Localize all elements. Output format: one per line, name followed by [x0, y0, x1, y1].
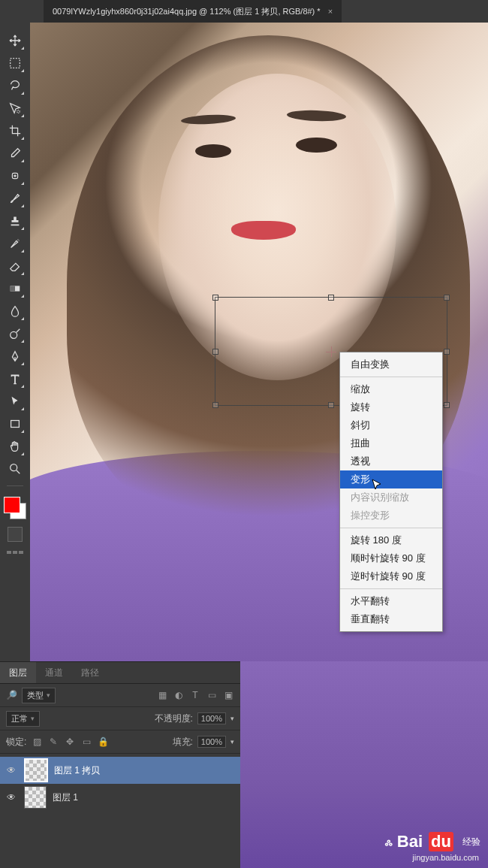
lasso-tool[interactable] [5, 75, 26, 96]
healing-brush-tool[interactable] [5, 165, 26, 186]
type-tool[interactable] [5, 368, 26, 389]
rectangle-tool[interactable] [5, 413, 26, 434]
brush-tool[interactable] [5, 188, 26, 209]
marquee-tool[interactable] [5, 53, 26, 74]
menu-item[interactable]: 旋转 180 度 [340, 531, 442, 549]
watermark-logo: ஃ Baidu经验 [385, 832, 480, 851]
canvas-lower[interactable]: ஃ Baidu经验 jingyan.baidu.com [240, 661, 488, 868]
layer-thumbnail[interactable] [24, 758, 48, 782]
menu-item[interactable]: 水平翻转 [340, 592, 442, 610]
lock-row: 锁定: ▨ ✎ ✥ ▭ 🔒 填充: 100% ▾ [0, 730, 240, 754]
quick-select-tool[interactable] [5, 98, 26, 119]
blur-tool[interactable] [5, 301, 26, 322]
history-brush-tool[interactable] [5, 233, 26, 254]
menu-item[interactable]: 垂直翻转 [340, 610, 442, 628]
menu-item[interactable]: 顺时针旋转 90 度 [340, 549, 442, 567]
lock-paint-icon[interactable]: ✎ [47, 736, 59, 748]
close-tab-icon[interactable]: × [328, 7, 333, 16]
svg-rect-0 [11, 59, 20, 68]
zoom-tool[interactable] [5, 458, 26, 479]
svg-rect-6 [11, 421, 20, 428]
tab-layers[interactable]: 图层 [0, 662, 36, 683]
svg-point-1 [17, 110, 20, 113]
layers-panel: 图层 通道 路径 🔎 类型 ▦ ◐ T ▭ ▣ 正常 不透明度: 100% ▾ … [0, 661, 240, 868]
layer-filter-row: 🔎 类型 ▦ ◐ T ▭ ▣ [0, 684, 240, 707]
svg-rect-4 [11, 286, 15, 291]
menu-item[interactable]: 缩放 [340, 380, 442, 398]
color-swatches[interactable] [4, 497, 26, 519]
transform-handle-bl[interactable] [212, 402, 218, 408]
blend-row: 正常 不透明度: 100% ▾ [0, 707, 240, 730]
lock-label: 锁定: [6, 736, 26, 749]
document-title: 0079lYWzly1giyhx860r0j31j02ai4qq.jpg @ 1… [53, 6, 321, 17]
photoshop-app: 0079lYWzly1giyhx860r0j31j02ai4qq.jpg @ 1… [0, 0, 488, 868]
path-select-tool[interactable] [5, 391, 26, 412]
transform-handle-br[interactable] [444, 402, 450, 408]
layer-name[interactable]: 图层 1 [53, 791, 78, 804]
screen-mode-toggle[interactable] [7, 551, 23, 554]
crop-tool[interactable] [5, 120, 26, 141]
layer-row[interactable]: 👁图层 1 拷贝 [0, 757, 240, 784]
menu-item[interactable]: 逆时针旋转 90 度 [340, 567, 442, 585]
filter-pixel-icon[interactable]: ▦ [156, 689, 168, 701]
layer-list: 👁图层 1 拷贝👁图层 1 [0, 754, 240, 811]
filter-type-icon[interactable]: T [189, 689, 201, 701]
lock-pixels-icon[interactable]: ▨ [31, 736, 43, 748]
filter-shape-icon[interactable]: ▭ [206, 689, 218, 701]
transform-handle-ml[interactable] [212, 349, 218, 355]
lock-position-icon[interactable]: ✥ [64, 736, 76, 748]
layer-thumbnail[interactable] [24, 786, 47, 809]
tools-panel [0, 0, 30, 661]
lock-artboard-icon[interactable]: ▭ [80, 736, 92, 748]
hand-tool[interactable] [5, 436, 26, 457]
visibility-icon[interactable]: 👁 [5, 792, 18, 803]
transform-handle-bm[interactable] [328, 402, 334, 408]
menu-item[interactable]: 扭曲 [340, 434, 442, 452]
menu-item[interactable]: 斜切 [340, 416, 442, 434]
menu-item[interactable]: 旋转 [340, 398, 442, 416]
watermark-url: jingyan.baidu.com [412, 853, 479, 862]
move-tool[interactable] [5, 30, 26, 51]
eyedropper-tool[interactable] [5, 143, 26, 164]
transform-handle-mr[interactable] [444, 349, 450, 355]
dodge-tool[interactable] [5, 323, 26, 344]
tab-channels[interactable]: 通道 [36, 662, 72, 683]
document-tabbar: 0079lYWzly1giyhx860r0j31j02ai4qq.jpg @ 1… [30, 0, 488, 23]
menu-item[interactable]: 自由变换 [340, 355, 442, 374]
menu-item[interactable]: 透视 [340, 452, 442, 470]
visibility-icon[interactable]: 👁 [5, 765, 18, 776]
layer-row[interactable]: 👁图层 1 [0, 784, 240, 811]
foreground-color[interactable] [4, 497, 20, 513]
opacity-value[interactable]: 100% [197, 712, 226, 724]
menu-item: 操控变形 [340, 507, 442, 525]
transform-handle-tl[interactable] [212, 295, 218, 301]
fill-value[interactable]: 100% [197, 736, 226, 748]
filter-type-select[interactable]: 类型 [22, 688, 56, 703]
panel-tabs: 图层 通道 路径 [0, 662, 240, 684]
svg-point-5 [11, 331, 17, 338]
blend-mode-select[interactable]: 正常 [6, 711, 40, 727]
layer-name[interactable]: 图层 1 拷贝 [54, 764, 100, 777]
fill-label: 填充: [173, 736, 193, 749]
transform-handle-tm[interactable] [328, 295, 334, 301]
photo-eye [195, 144, 232, 159]
document-tab[interactable]: 0079lYWzly1giyhx860r0j31j02ai4qq.jpg @ 1… [44, 0, 342, 23]
chevron-down-icon[interactable]: ▾ [230, 738, 234, 746]
stamp-tool[interactable] [5, 210, 26, 231]
opacity-label: 不透明度: [155, 712, 193, 725]
chevron-down-icon[interactable]: ▾ [230, 715, 234, 722]
filter-smart-icon[interactable]: ▣ [222, 689, 234, 701]
tab-paths[interactable]: 路径 [72, 662, 108, 683]
pen-tool[interactable] [5, 346, 26, 367]
photo-lips [231, 221, 295, 240]
search-icon: 🔎 [6, 690, 17, 700]
gradient-tool[interactable] [5, 278, 26, 299]
menu-item[interactable]: 变形 [340, 470, 442, 488]
quick-mask-toggle[interactable] [8, 527, 23, 542]
transform-context-menu: 自由变换缩放旋转斜切扭曲透视变形内容识别缩放操控变形旋转 180 度顺时针旋转 … [339, 352, 443, 632]
eraser-tool[interactable] [5, 256, 26, 277]
lock-all-icon[interactable]: 🔒 [97, 736, 109, 748]
filter-adjust-icon[interactable]: ◐ [173, 689, 185, 701]
transform-center-icon[interactable] [326, 346, 336, 357]
transform-handle-tr[interactable] [444, 295, 450, 301]
